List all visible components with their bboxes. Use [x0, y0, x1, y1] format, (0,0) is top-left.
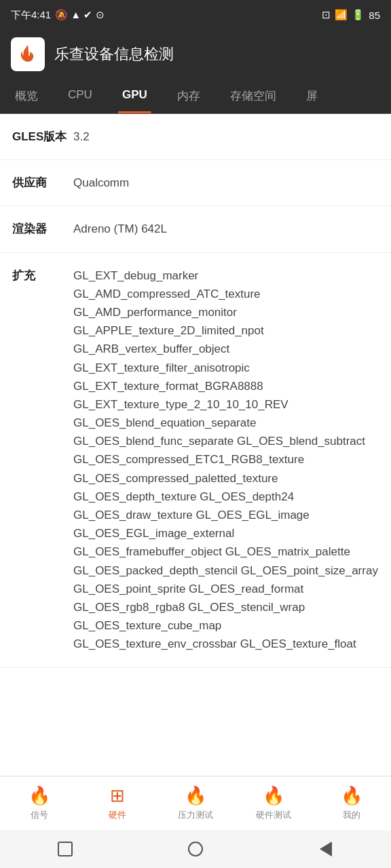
tab-bar: 概览 CPU GPU 内存 存储空间 屏: [0, 79, 391, 114]
bottom-nav: 🔥 信号 ⊞ 硬件 🔥 压力测试 🔥 硬件测试 🔥 我的: [0, 776, 391, 830]
status-icons: 🔕 ▲ ✔ ⊙: [55, 9, 104, 21]
tab-other[interactable]: 屏: [291, 79, 333, 113]
home-icon: [188, 842, 203, 856]
fire-icon: [16, 42, 40, 66]
nav-signal-label: 信号: [31, 809, 48, 821]
nav-hwtest-label: 硬件测试: [256, 809, 291, 821]
status-right: ⊡ 📶 🔋 85: [322, 9, 380, 21]
wifi-icon: 📶: [335, 9, 348, 21]
back-icon: [320, 842, 332, 856]
tab-overview[interactable]: 概览: [0, 79, 53, 113]
status-time: 下午4:41: [11, 9, 51, 22]
value-vendor: Qualcomm: [73, 174, 379, 192]
me-icon: 🔥: [341, 785, 362, 806]
status-left: 下午4:41 🔕 ▲ ✔ ⊙: [11, 9, 105, 22]
recent-apps-button[interactable]: [53, 837, 77, 861]
recent-apps-icon: [58, 842, 73, 856]
nav-me[interactable]: 🔥 我的: [313, 785, 391, 821]
stress-icon: 🔥: [185, 785, 206, 806]
tab-cpu[interactable]: CPU: [53, 79, 107, 113]
nav-stress[interactable]: 🔥 压力测试: [156, 785, 234, 821]
row-renderer: 渲染器 Adreno (TM) 642L: [0, 206, 391, 252]
value-gles: 3.2: [73, 127, 379, 146]
nav-me-label: 我的: [343, 809, 360, 821]
row-extensions: 扩充 GL_EXT_debug_marker GL_AMD_compressed…: [0, 253, 391, 668]
app-bar: 乐查设备信息检测: [0, 30, 391, 79]
signal-icon: 🔥: [29, 785, 50, 806]
back-button[interactable]: [314, 837, 338, 861]
nav-signal[interactable]: 🔥 信号: [0, 785, 78, 821]
nav-hwtest[interactable]: 🔥 硬件测试: [235, 785, 313, 821]
screenshot-icon: ⊡: [322, 9, 331, 21]
home-button[interactable]: [183, 837, 208, 861]
label-renderer: 渲染器: [12, 220, 73, 237]
row-vendor: 供应商 Qualcomm: [0, 160, 391, 206]
hwtest-icon: 🔥: [263, 785, 284, 806]
battery-level: 85: [369, 9, 380, 21]
content-area: GLES版本 3.2 供应商 Qualcomm 渲染器 Adreno (TM) …: [0, 114, 391, 776]
status-bar: 下午4:41 🔕 ▲ ✔ ⊙ ⊡ 📶 🔋 85: [0, 0, 391, 30]
battery-icon: 🔋: [352, 9, 365, 21]
tab-memory[interactable]: 内存: [162, 79, 215, 113]
label-vendor: 供应商: [12, 174, 73, 191]
label-gles: GLES版本: [12, 127, 73, 144]
value-renderer: Adreno (TM) 642L: [73, 220, 379, 238]
nav-hardware-label: 硬件: [109, 809, 126, 821]
nav-stress-label: 压力测试: [178, 809, 213, 821]
system-nav-bar: [0, 830, 391, 868]
tab-storage[interactable]: 存储空间: [215, 79, 291, 113]
row-gles: GLES版本 3.2: [0, 114, 391, 160]
nav-hardware[interactable]: ⊞ 硬件: [78, 785, 156, 821]
label-extensions: 扩充: [12, 267, 73, 283]
app-icon: [11, 37, 45, 71]
hardware-icon: ⊞: [110, 785, 125, 806]
app-title: 乐查设备信息检测: [54, 44, 174, 64]
value-extensions: GL_EXT_debug_marker GL_AMD_compressed_AT…: [73, 267, 379, 654]
tab-gpu[interactable]: GPU: [107, 79, 162, 113]
